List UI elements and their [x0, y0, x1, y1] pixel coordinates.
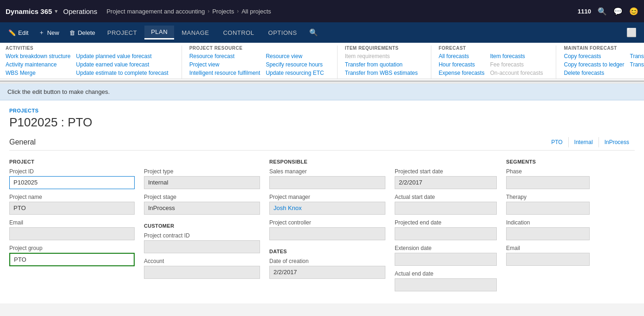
ribbon-specify-resource[interactable]: Specify resource hours [266, 61, 324, 68]
ribbon-project-view[interactable]: Project view [189, 61, 260, 68]
field-sales-manager: Sales manager [269, 168, 385, 189]
field-indication-input[interactable] [506, 227, 590, 240]
ribbon-copy-forecasts[interactable]: Copy forecasts [564, 53, 624, 60]
field-account-input[interactable] [144, 266, 260, 279]
brand-dynamics365[interactable]: Dynamics 365 ▾ [6, 7, 63, 15]
ribbon-all-forecasts[interactable]: All forecasts [439, 53, 485, 60]
form-grid: PROJECT Project ID P102025 Project name … [9, 157, 635, 296]
field-project-type-input[interactable]: Internal [144, 176, 260, 189]
tab-plan[interactable]: PLAN [144, 26, 174, 40]
field-project-controller-label: Project controller [269, 219, 385, 226]
tab-internal[interactable]: Internal [568, 137, 598, 147]
top-nav-right: 1110 🔍 💬 😊 [578, 7, 638, 16]
field-account: Account [144, 258, 260, 279]
ribbon-on-account-forecasts: On-account forecasts [490, 69, 543, 77]
ribbon-transfer-wbs[interactable]: Transfer from WBS estimates [345, 69, 418, 77]
toolbar: ✏️ Edit ＋ New 🗑 Delete PROJECT PLAN MANA… [0, 22, 644, 43]
form-section-header: General PTO Internal InProcess [9, 137, 635, 151]
search-icon[interactable]: 🔍 [598, 7, 607, 16]
ribbon-maintain-items: Copy forecasts Copy forecasts to ledger … [564, 53, 644, 77]
edit-button[interactable]: ✏️ Edit [4, 26, 33, 39]
breadcrumb-sep-2: › [237, 8, 239, 14]
field-project-id-input[interactable]: P102025 [9, 176, 135, 189]
ribbon-expense-forecasts[interactable]: Expense forecasts [439, 69, 485, 77]
breadcrumb-item-2[interactable]: Projects [212, 8, 234, 15]
field-project-controller: Project controller [269, 219, 385, 240]
tab-inprocess[interactable]: InProcess [598, 137, 635, 147]
field-actual-start-input[interactable] [395, 202, 497, 215]
field-therapy: Therapy [506, 194, 590, 215]
brand-chevron: ▾ [55, 8, 58, 14]
field-extension-date-input[interactable] [395, 253, 497, 266]
toolbar-search-icon[interactable]: 🔍 [305, 26, 323, 40]
field-actual-start: Actual start date [395, 194, 497, 215]
ribbon-activity-maintenance[interactable]: Activity maintenance [6, 61, 71, 68]
ribbon-item-forecasts[interactable]: Item forecasts [490, 53, 543, 60]
breadcrumb-sep-1: › [208, 8, 209, 14]
field-sales-manager-label: Sales manager [269, 168, 385, 175]
tab-project[interactable]: PROJECT [101, 26, 143, 39]
field-project-stage-input[interactable]: InProcess [144, 202, 260, 215]
ribbon-transfer-1[interactable]: Transfer... [630, 53, 644, 60]
field-sales-manager-input[interactable] [269, 176, 385, 189]
ribbon-update-estimate[interactable]: Update estimate to complete forecast [76, 69, 169, 77]
field-projected-end-label: Projected end date [395, 219, 497, 226]
dates-header: DATES [269, 249, 385, 254]
info-bar-text: Click the edit button to make changes. [7, 88, 110, 95]
ribbon-scrollbar[interactable] [0, 79, 644, 84]
field-project-manager-label: Project manager [269, 194, 385, 200]
field-actual-end-input[interactable] [395, 278, 497, 291]
field-contract-id: Project contract ID [144, 232, 260, 253]
field-segments-email-input[interactable] [506, 253, 590, 266]
chat-icon[interactable]: 💬 [613, 7, 623, 16]
field-project-name-input[interactable]: PTO [9, 202, 135, 215]
ribbon-activities-title: ACTIVITIES [6, 46, 174, 51]
ribbon-delete-forecasts[interactable]: Delete forecasts [564, 69, 624, 77]
delete-label: Delete [78, 29, 95, 36]
field-projected-end-input[interactable] [395, 227, 497, 240]
tab-pto[interactable]: PTO [546, 137, 568, 147]
projects-label: PROJECTS [9, 108, 635, 113]
ribbon-resource-view[interactable]: Resource view [266, 53, 324, 60]
field-date-creation-input[interactable]: 2/2/2017 [269, 266, 385, 279]
field-therapy-input[interactable] [506, 202, 590, 215]
ribbon-wbs-merge[interactable]: WBS Merge [6, 69, 71, 77]
field-project-stage: Project stage InProcess [144, 194, 260, 215]
field-project-id: Project ID P102025 [9, 168, 135, 189]
field-project-manager-input[interactable]: Josh Knox [269, 202, 385, 215]
new-button[interactable]: ＋ New [34, 26, 64, 40]
new-label: New [47, 29, 59, 36]
breadcrumb-item-1[interactable]: Project management and accounting [106, 8, 205, 15]
field-phase-input[interactable] [506, 176, 590, 189]
field-email-input[interactable] [9, 227, 135, 240]
tab-options[interactable]: OPTIONS [262, 26, 304, 39]
ribbon-transfer-2[interactable]: Transfer... [630, 61, 644, 68]
user-icon[interactable]: 😊 [629, 7, 638, 16]
project-col-header: PROJECT [9, 159, 135, 165]
ribbon-transfer-quotation[interactable]: Transfer from quotation [345, 61, 418, 68]
field-actual-start-label: Actual start date [395, 194, 497, 200]
ribbon-activities-col2: Update planned value forecast Update ear… [76, 53, 174, 77]
tab-control[interactable]: CONTROL [216, 26, 260, 39]
field-date-creation-label: Date of creation [269, 258, 385, 264]
field-project-group: Project group PTO [9, 245, 135, 266]
ribbon-intelligent-resource[interactable]: Intelligent resource fulfilment [189, 69, 260, 77]
ribbon-update-resourcing[interactable]: Update resourcing ETC [266, 69, 324, 77]
ribbon-resource-forecast[interactable]: Resource forecast [189, 53, 260, 60]
ribbon-item-req-items: Item requirements Transfer from quotatio… [345, 53, 423, 77]
ribbon-fee-forecasts: Fee forecasts [490, 61, 543, 68]
field-project-controller-input[interactable] [269, 227, 385, 240]
breadcrumb-item-3[interactable]: All projects [241, 8, 271, 15]
tab-manage[interactable]: MANAGE [175, 26, 215, 39]
field-contract-id-input[interactable] [144, 240, 260, 253]
delete-button[interactable]: 🗑 Delete [65, 26, 100, 39]
ribbon-work-breakdown[interactable]: Work breakdown structure [6, 53, 71, 60]
ribbon-forecast-col1: All forecasts Hour forecasts Expense for… [439, 53, 490, 77]
ribbon-update-planned[interactable]: Update planned value forecast [76, 53, 169, 60]
field-project-type-label: Project type [144, 168, 260, 175]
field-project-group-input[interactable]: PTO [9, 253, 135, 266]
ribbon-copy-forecasts-ledger[interactable]: Copy forecasts to ledger [564, 61, 624, 68]
field-projected-start-input[interactable]: 2/2/2017 [395, 176, 497, 189]
ribbon-update-earned[interactable]: Update earned value forecast [76, 61, 169, 68]
ribbon-hour-forecasts[interactable]: Hour forecasts [439, 61, 485, 68]
